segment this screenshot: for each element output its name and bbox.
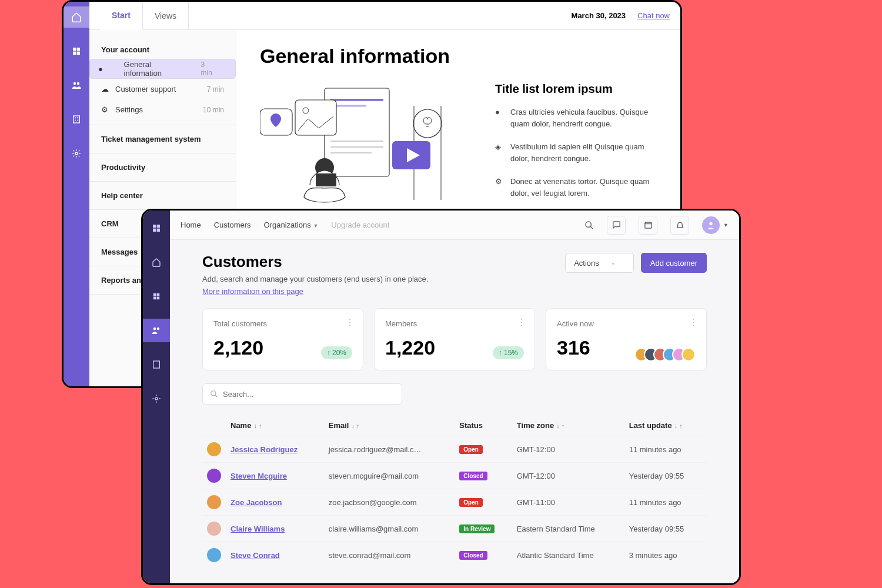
col-status[interactable]: Status xyxy=(455,415,512,436)
svg-rect-32 xyxy=(157,297,160,300)
avatar xyxy=(207,522,221,536)
rail2-people-icon[interactable] xyxy=(143,319,170,342)
svg-rect-3 xyxy=(77,52,80,55)
tab-views[interactable]: Views xyxy=(143,2,189,30)
customer-name-link[interactable]: Steven Mcguire xyxy=(230,472,287,480)
nav-customers[interactable]: Customers xyxy=(214,220,251,229)
table-row[interactable]: Steven Mcguire steven.mcguire@mail.com C… xyxy=(202,463,707,489)
table-row[interactable]: Jessica Rodríguez jessica.rodriguez@mail… xyxy=(202,436,707,463)
customer-last-update: 3 minutes ago xyxy=(624,542,707,569)
customer-last-update: 11 minutes ago xyxy=(624,436,707,463)
calendar-icon[interactable] xyxy=(639,216,657,235)
bulb-icon: ● xyxy=(495,106,503,129)
nav-upgrade[interactable]: Upgrade account xyxy=(331,220,389,229)
sidebar-item-general[interactable]: ●General information3 min xyxy=(89,59,236,79)
status-badge: Closed xyxy=(459,551,487,560)
table-row[interactable]: Claire Williams claire.williams@gmail.co… xyxy=(202,516,707,542)
avatar xyxy=(207,442,221,456)
svg-rect-27 xyxy=(153,229,156,232)
card-menu-icon[interactable]: ⋮ xyxy=(689,317,698,328)
rail-people-icon[interactable] xyxy=(64,75,89,96)
customer-email: steven.mcguire@mail.com xyxy=(324,463,455,489)
chevron-down-icon: ⌄ xyxy=(611,260,616,266)
sidebar-item[interactable]: Help center xyxy=(89,186,236,205)
cloud-icon: ☁ xyxy=(101,85,109,93)
rail2-settings-icon[interactable] xyxy=(143,387,170,410)
svg-point-34 xyxy=(157,328,160,330)
customer-name-link[interactable]: Steve Conrad xyxy=(230,551,280,560)
more-info-link[interactable]: More information on this page xyxy=(202,287,303,296)
svg-rect-26 xyxy=(157,225,160,228)
customer-name-link[interactable]: Jessica Rodríguez xyxy=(230,445,298,454)
search-field[interactable] xyxy=(223,390,395,399)
tab-start[interactable]: Start xyxy=(100,2,143,30)
svg-rect-30 xyxy=(157,293,160,296)
rail2-apps-icon[interactable] xyxy=(143,216,170,240)
rail2-building-icon[interactable] xyxy=(143,353,170,376)
search-icon[interactable] xyxy=(584,220,594,230)
rail-building-icon[interactable] xyxy=(64,109,89,130)
bullet-text: Cras ultricies vehicula faucibus. Quisqu… xyxy=(510,106,657,129)
rail-settings-icon[interactable] xyxy=(64,143,89,164)
add-customer-button[interactable]: Add customer xyxy=(641,253,707,273)
svg-point-41 xyxy=(709,222,712,225)
svg-point-37 xyxy=(586,222,591,227)
actions-dropdown[interactable]: Actions⌄ xyxy=(565,253,634,273)
nav-home[interactable]: Home xyxy=(181,220,201,229)
card-menu-icon[interactable]: ⋮ xyxy=(517,317,526,328)
customer-timezone: GMT-12:00 xyxy=(512,436,624,463)
sidebar-item-time: 3 min xyxy=(201,61,218,77)
sidebar-item-settings[interactable]: ⚙Settings10 min xyxy=(89,99,236,120)
sidebar-item-label: General information xyxy=(124,60,189,78)
col-email[interactable]: Email↓ ↑ xyxy=(324,415,455,436)
svg-point-17 xyxy=(413,109,442,138)
bell-icon[interactable] xyxy=(670,216,689,235)
left-rail-w2 xyxy=(143,211,170,583)
sidebar-item-support[interactable]: ☁Customer support7 min xyxy=(89,79,236,99)
svg-rect-6 xyxy=(74,116,80,123)
col-last-update[interactable]: Last update↓ ↑ xyxy=(624,415,707,436)
sidebar-item-time: 10 min xyxy=(203,106,224,114)
rail2-home-icon[interactable] xyxy=(143,250,170,274)
profile-menu[interactable]: ▼ xyxy=(702,216,729,234)
sort-icon: ↓ ↑ xyxy=(556,422,564,429)
rail-dashboard-icon[interactable] xyxy=(64,41,89,62)
rail2-dashboard-icon[interactable] xyxy=(143,285,170,308)
customer-email: jessica.rodriguez@mail.c… xyxy=(324,436,455,463)
svg-point-7 xyxy=(75,152,78,155)
col-timezone[interactable]: Time zone↓ ↑ xyxy=(512,415,624,436)
sidebar-item[interactable]: Ticket management system xyxy=(89,130,236,148)
col-name[interactable]: Name↓ ↑ xyxy=(226,415,324,436)
gear-icon: ⚙ xyxy=(495,176,503,199)
left-rail-w1 xyxy=(64,2,89,386)
table-row[interactable]: Steve Conrad steve.conrad@mail.com Close… xyxy=(202,542,707,569)
stat-card: ⋮ Active now 316 xyxy=(546,308,707,370)
table-row[interactable]: Zoe Jacobson zoe.jacbson@google.com Open… xyxy=(202,489,707,516)
sidebar-item[interactable]: Productivity xyxy=(89,158,236,176)
svg-point-33 xyxy=(153,328,156,330)
window-customers: Home Customers Organizations ▼ Upgrade a… xyxy=(141,209,741,585)
search-input[interactable] xyxy=(202,383,402,405)
svg-rect-1 xyxy=(77,48,80,51)
status-badge: Open xyxy=(459,498,483,507)
card-label: Members xyxy=(385,319,524,328)
customers-table: Name↓ ↑ Email↓ ↑ Status Time zone↓ ↑ Las… xyxy=(202,415,707,568)
chat-now-link[interactable]: Chat now xyxy=(637,11,670,20)
customer-name-link[interactable]: Zoe Jacobson xyxy=(230,498,282,507)
rail-home-icon[interactable] xyxy=(64,6,89,28)
customer-name-link[interactable]: Claire Williams xyxy=(230,524,285,533)
status-badge: Open xyxy=(459,445,483,454)
topbar-w1: Start Views March 30, 2023 Chat now xyxy=(89,2,680,30)
avatar xyxy=(207,548,221,562)
stat-card: ⋮ Total customers 2,120↑ 20% xyxy=(202,308,363,370)
header-date: March 30, 2023 xyxy=(572,11,626,20)
customer-last-update: 11 minutes ago xyxy=(624,489,707,516)
bullet-text: Donec at venenatis tortor. Quisque quam … xyxy=(510,176,657,199)
bullet-text: Vestibulum id sapien elit Quisque quam d… xyxy=(510,141,657,164)
card-menu-icon[interactable]: ⋮ xyxy=(345,317,355,328)
customer-email: zoe.jacbson@google.com xyxy=(324,489,455,516)
nav-organizations[interactable]: Organizations ▼ xyxy=(264,220,319,229)
customer-last-update: Yesterday 09:55 xyxy=(624,463,707,489)
chat-icon[interactable] xyxy=(607,216,626,235)
chevron-down-icon: ▼ xyxy=(313,223,318,229)
